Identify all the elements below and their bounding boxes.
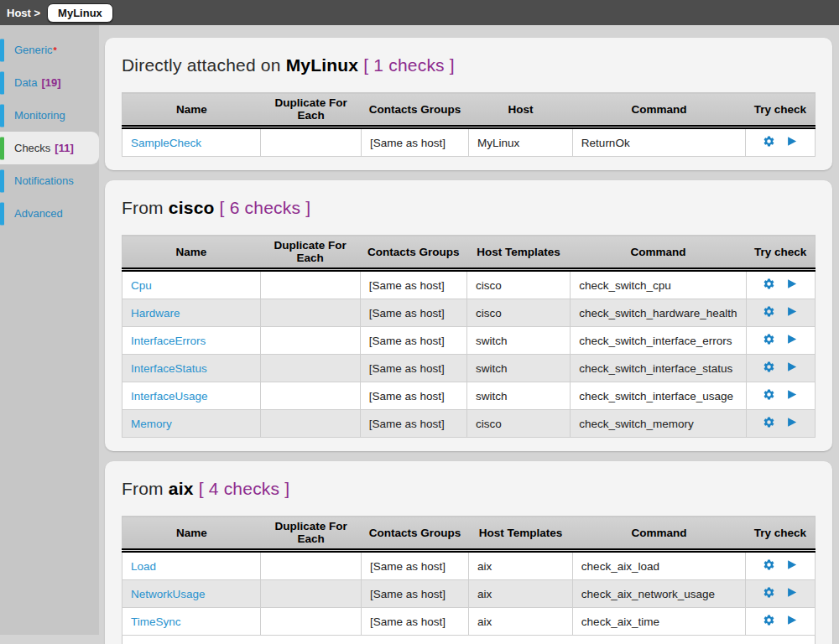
checks-table: NameDuplicate For EachContacts GroupsHos…: [122, 92, 816, 157]
check-name-link[interactable]: Cpu: [131, 279, 152, 292]
play-icon[interactable]: [785, 558, 798, 571]
check-name-cell: Cpu: [122, 270, 261, 299]
column-header: Contacts Groups: [361, 517, 468, 551]
try-check-cell: [746, 382, 815, 410]
breadcrumb-bar: Host > MyLinux: [0, 0, 839, 25]
play-icon[interactable]: [785, 305, 798, 318]
accent-bar: [0, 104, 4, 127]
gear-icon[interactable]: [763, 558, 775, 571]
try-check-cell: [746, 551, 816, 580]
cell-duplicate: [260, 270, 360, 299]
item-count-badge: [19]: [41, 76, 60, 89]
check-name-cell: Load: [122, 551, 261, 580]
column-header: Host Templates: [466, 236, 570, 270]
accent-bar: [0, 71, 4, 94]
play-icon[interactable]: [785, 361, 798, 373]
cell-host: cisco: [466, 270, 570, 299]
try-check-cell: [746, 410, 815, 438]
check-name-cell: InterfaceUsage: [122, 382, 261, 410]
sidebar-item-label: Data: [14, 76, 37, 89]
check-name-link[interactable]: Load: [131, 560, 156, 573]
table-row: InterfaceErrors[Same as host]switchcheck…: [122, 327, 816, 355]
check-name-link[interactable]: InterfaceErrors: [131, 335, 206, 347]
gear-icon[interactable]: [763, 305, 775, 318]
sidebar-item-generic[interactable]: Generic*: [0, 34, 99, 66]
group-divider-rule-left: [122, 636, 261, 644]
play-icon[interactable]: [785, 333, 798, 345]
sidebar-item-label: Checks: [14, 142, 50, 154]
section-card-cisco: From cisco [ 6 checks ] NameDuplicate Fo…: [105, 180, 832, 451]
play-icon[interactable]: [785, 278, 798, 290]
section-title-count: [ 1 checks ]: [363, 55, 455, 75]
play-icon[interactable]: [785, 388, 798, 401]
sidebar-item-advanced[interactable]: Advanced: [0, 197, 99, 230]
gear-icon[interactable]: [763, 614, 775, 626]
try-check-actions: [763, 278, 798, 290]
column-header: Duplicate For Each: [261, 517, 362, 551]
check-name-link[interactable]: TimeSync: [131, 615, 181, 628]
table-row: Cpu[Same as host]ciscocheck_switch_cpu: [122, 270, 816, 299]
checks-table: NameDuplicate For EachContacts GroupsHos…: [122, 235, 816, 438]
section-card-directly-attached: Directly attached on MyLinux [ 1 checks …: [105, 38, 832, 170]
check-name-link[interactable]: InterfaceStatus: [131, 362, 207, 375]
gear-icon[interactable]: [763, 278, 775, 290]
try-check-cell: [746, 355, 815, 382]
table-row: InterfaceStatus[Same as host]switchcheck…: [122, 355, 816, 382]
check-name-cell: InterfaceErrors: [122, 327, 261, 355]
gear-icon[interactable]: [763, 333, 775, 345]
play-icon[interactable]: [785, 416, 798, 428]
cell-contacts: [Same as host]: [360, 270, 466, 299]
cell-contacts: [Same as host]: [360, 410, 466, 438]
gear-icon[interactable]: [763, 135, 775, 148]
cell-contacts: [Same as host]: [360, 355, 466, 382]
sidebar-item-checks[interactable]: Checks[11]: [0, 132, 99, 164]
check-name-cell: SampleCheck: [122, 127, 261, 157]
sidebar-item-notifications[interactable]: Notifications: [0, 164, 99, 197]
column-header: Name: [122, 236, 261, 270]
accent-bar: [0, 169, 4, 192]
gear-icon[interactable]: [763, 416, 775, 428]
section-title: From cisco [ 6 checks ]: [122, 198, 816, 218]
section-title-name: aix: [169, 479, 194, 498]
try-check-actions: [763, 361, 798, 373]
sidebar-item-data[interactable]: Data[19]: [0, 66, 99, 99]
check-name-link[interactable]: Hardware: [131, 307, 180, 319]
table-header-row: NameDuplicate For EachContacts GroupsHos…: [122, 517, 816, 551]
gear-icon[interactable]: [763, 586, 775, 599]
sidebar-item-label: Notifications: [14, 174, 74, 187]
cell-contacts: [Same as host]: [360, 327, 466, 355]
try-check-actions: [763, 388, 798, 401]
cell-duplicate: [260, 327, 360, 355]
cell-host: aix: [468, 551, 572, 580]
cell-host: MyLinux: [468, 127, 572, 157]
column-header: Contacts Groups: [360, 236, 466, 270]
check-name-link[interactable]: SampleCheck: [131, 137, 201, 149]
column-header: Host Templates: [468, 517, 572, 551]
play-icon[interactable]: [785, 586, 798, 599]
accent-bar: [0, 39, 4, 61]
sidebar-item-monitoring[interactable]: Monitoring: [0, 99, 99, 132]
cell-host: cisco: [466, 299, 570, 327]
cell-host: aix: [468, 608, 572, 636]
play-icon[interactable]: [785, 135, 798, 148]
play-icon[interactable]: [785, 614, 798, 626]
section-title: From aix [ 4 checks ]: [122, 479, 816, 499]
try-check-cell: [746, 127, 816, 157]
column-header: Command: [572, 517, 746, 551]
required-marker: *: [54, 45, 57, 55]
check-name-cell: Memory: [122, 410, 261, 438]
gear-icon[interactable]: [763, 388, 775, 401]
check-name-link[interactable]: NetworkUsage: [131, 588, 206, 600]
accent-bar: [0, 202, 4, 225]
check-name-link[interactable]: Memory: [131, 418, 172, 430]
table-row: InterfaceUsage[Same as host]switchcheck_…: [122, 382, 816, 410]
cell-duplicate: [261, 551, 362, 580]
check-name-cell: NetworkUsage: [122, 580, 261, 608]
gear-icon[interactable]: [763, 361, 775, 373]
section-title-prefix: Directly attached on: [122, 55, 281, 75]
try-check-actions: [763, 586, 798, 599]
host-tag[interactable]: MyLinux: [47, 3, 113, 23]
checks-table: NameDuplicate For EachContacts GroupsHos…: [122, 516, 816, 644]
check-name-link[interactable]: InterfaceUsage: [131, 390, 208, 402]
section-title-prefix: From: [122, 479, 164, 498]
